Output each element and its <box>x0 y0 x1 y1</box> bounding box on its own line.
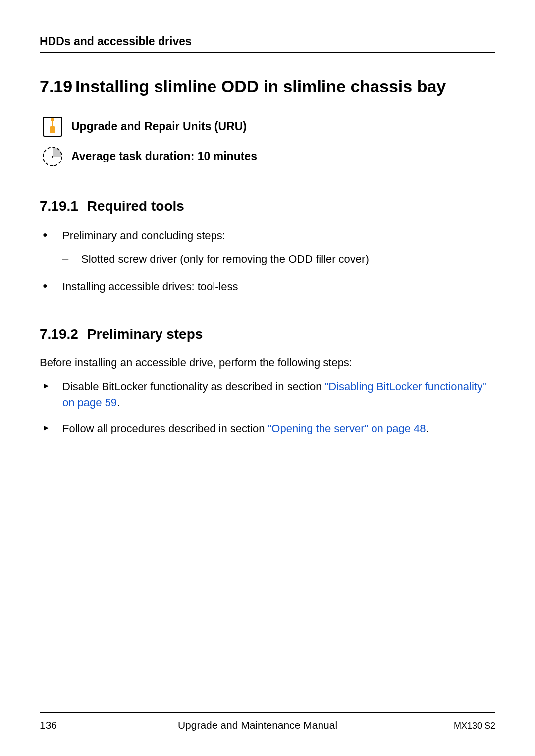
preliminary-steps-list: Disable BitLocker functionality as descr… <box>43 379 495 436</box>
section-number: 7.19 <box>40 76 75 97</box>
page-footer: 136 Upgrade and Maintenance Manual MX130… <box>40 712 495 731</box>
screwdriver-icon <box>43 117 62 137</box>
subsection-2-number: 7.19.2 <box>40 326 78 342</box>
footer-center: Upgrade and Maintenance Manual <box>99 719 416 731</box>
subsection-heading-1: 7.19.1 Required tools <box>40 198 495 214</box>
sub-list: Slotted screw driver (only for removing … <box>62 251 495 267</box>
subsection-heading-2: 7.19.2 Preliminary steps <box>40 326 495 342</box>
subsection-1-title: Required tools <box>87 198 184 214</box>
step-text: Follow all procedures described in secti… <box>62 422 268 434</box>
list-item: Installing accessible drives: tool-less <box>43 279 495 295</box>
info-duration-label: Average task duration: 10 minutes <box>71 150 257 163</box>
info-duration-row: Average task duration: 10 minutes <box>43 147 495 166</box>
list-item: Preliminary and concluding steps: Slotte… <box>43 228 495 268</box>
section-heading: 7.19 Installing slimline ODD in slimline… <box>40 76 495 97</box>
step-text-tail: . <box>117 396 120 409</box>
list-item: Disable BitLocker functionality as descr… <box>43 379 495 411</box>
page: HDDs and accessible drives 7.19 Installi… <box>0 0 535 756</box>
info-uru-row: Upgrade and Repair Units (URU) <box>43 117 495 137</box>
clock-icon <box>43 147 62 166</box>
page-number: 136 <box>40 719 99 731</box>
link-opening-server[interactable]: "Opening the server" on page 48 <box>268 422 426 434</box>
required-tools-list: Preliminary and concluding steps: Slotte… <box>43 228 495 295</box>
preliminary-intro: Before installing an accessible drive, p… <box>40 356 495 369</box>
sub-bullet-text: Slotted screw driver (only for removing … <box>81 253 369 265</box>
info-uru-label: Upgrade and Repair Units (URU) <box>71 120 247 133</box>
step-text-tail: . <box>426 422 429 434</box>
bullet-text: Preliminary and concluding steps: <box>62 229 225 242</box>
running-head: HDDs and accessible drives <box>40 35 495 48</box>
list-item: Follow all procedures described in secti… <box>43 421 495 436</box>
section-title: Installing slimline ODD in slimline chas… <box>75 76 495 97</box>
header-rule <box>40 52 495 53</box>
bullet-text: Installing accessible drives: tool-less <box>62 280 238 293</box>
list-item: Slotted screw driver (only for removing … <box>62 251 495 267</box>
step-text: Disable BitLocker functionality as descr… <box>62 380 325 393</box>
footer-rule <box>40 712 495 713</box>
subsection-2-title: Preliminary steps <box>87 326 203 342</box>
subsection-1-number: 7.19.1 <box>40 198 78 214</box>
footer-model: MX130 S2 <box>416 721 495 731</box>
